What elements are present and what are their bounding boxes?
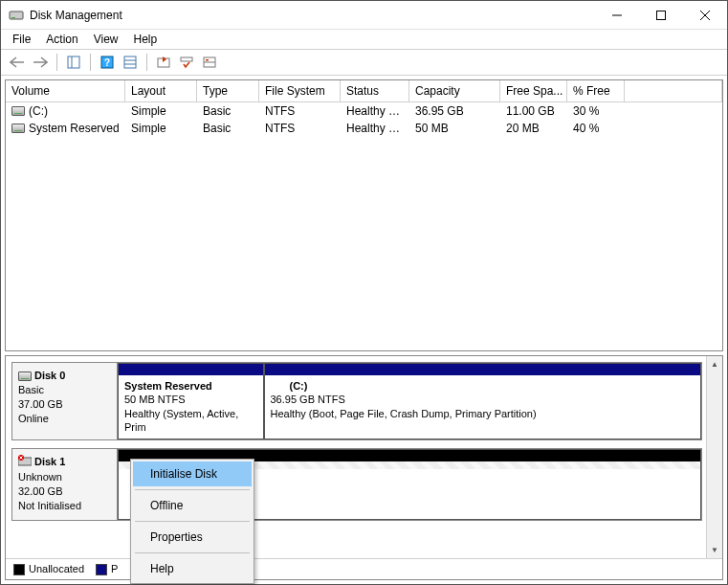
col-capacity[interactable]: Capacity	[409, 80, 500, 101]
disk-partitions: System Reserved 50 MB NTFS Healthy (Syst…	[118, 363, 701, 439]
svg-rect-3	[657, 11, 666, 19]
disk-status: Online	[18, 413, 49, 424]
volume-free: 11.00 GB	[500, 103, 567, 119]
disk-graphical-pane: Disk 0 Basic 37.00 GB Online System Rese…	[5, 355, 723, 580]
col-status[interactable]: Status	[341, 80, 409, 101]
volume-type: Basic	[197, 103, 259, 119]
disk-list: Disk 0 Basic 37.00 GB Online System Rese…	[6, 356, 706, 558]
volume-row[interactable]: (C:) Simple Basic NTFS Healthy (B... 36.…	[6, 102, 722, 120]
window-controls	[595, 1, 727, 30]
col-percent-free[interactable]: % Free	[567, 80, 625, 101]
swatch-unallocated-icon	[13, 564, 25, 575]
toolbar-settings-bottom-button[interactable]	[199, 52, 220, 73]
window: Disk Management File Action View Help	[0, 0, 728, 585]
partition-status: Healthy (Boot, Page File, Crash Dump, Pr…	[271, 407, 695, 420]
disk-uninit-icon	[18, 455, 32, 470]
volume-capacity: 50 MB	[409, 121, 500, 136]
scroll-up-arrow-icon[interactable]: ▲	[707, 356, 722, 372]
col-layout[interactable]: Layout	[125, 80, 197, 101]
show-hide-console-tree-button[interactable]	[63, 52, 84, 73]
context-properties[interactable]: Properties	[133, 525, 252, 550]
volume-status: Healthy (S...	[341, 121, 409, 136]
volume-layout: Simple	[125, 121, 197, 136]
action-list-button[interactable]	[120, 52, 141, 73]
titlebar: Disk Management	[1, 1, 727, 30]
toolbar-separator	[90, 54, 91, 71]
help-button[interactable]: ?	[97, 52, 118, 73]
partition-c[interactable]: (C:) 36.95 GB NTFS Healthy (Boot, Page F…	[264, 363, 702, 439]
context-menu: Initialise Disk Offline Properties Help	[130, 459, 254, 584]
context-separator	[135, 552, 250, 553]
menu-view[interactable]: View	[86, 31, 126, 48]
disk-icon	[18, 371, 32, 381]
forward-button[interactable]	[30, 52, 51, 73]
legend-primary-label: P	[111, 563, 118, 574]
disk-info: Disk 1 Unknown 32.00 GB Not Initialised	[12, 449, 118, 520]
disk-scroll: Disk 0 Basic 37.00 GB Online System Rese…	[6, 356, 722, 558]
disk-label: Disk 1	[34, 456, 65, 467]
volume-row[interactable]: System Reserved Simple Basic NTFS Health…	[6, 120, 722, 137]
context-help[interactable]: Help	[133, 556, 252, 581]
partition-system-reserved[interactable]: System Reserved 50 MB NTFS Healthy (Syst…	[118, 363, 264, 439]
close-button[interactable]	[683, 1, 727, 30]
context-offline[interactable]: Offline	[133, 493, 252, 518]
context-initialise-disk[interactable]: Initialise Disk	[133, 461, 252, 486]
volume-pfree: 40 %	[567, 121, 625, 136]
col-free-space[interactable]: Free Spa...	[500, 80, 567, 101]
disk-size: 37.00 GB	[18, 398, 62, 410]
partition-bar	[265, 364, 701, 375]
partition-name: System Reserved	[124, 379, 257, 393]
svg-rect-17	[206, 59, 209, 61]
window-title: Disk Management	[30, 9, 595, 22]
volume-header-row: Volume Layout Type File System Status Ca…	[6, 80, 722, 102]
content: Volume Layout Type File System Status Ca…	[1, 76, 727, 584]
svg-rect-14	[181, 57, 192, 61]
disk-status: Not Initialised	[18, 500, 81, 511]
toolbar: ?	[1, 49, 727, 76]
maximize-button[interactable]	[639, 1, 683, 30]
refresh-button[interactable]	[153, 52, 174, 73]
legend: Unallocated P	[6, 558, 722, 579]
minimize-button[interactable]	[595, 1, 639, 30]
scroll-down-arrow-icon[interactable]: ▼	[707, 542, 722, 558]
partition-name: (C:)	[271, 379, 695, 393]
partition-size: 36.95 GB NTFS	[271, 393, 695, 406]
disk-info: Disk 0 Basic 37.00 GB Online	[12, 363, 118, 439]
vertical-scrollbar[interactable]: ▲ ▼	[706, 356, 722, 558]
volume-list-pane: Volume Layout Type File System Status Ca…	[5, 79, 723, 351]
disk-label: Disk 0	[34, 370, 65, 381]
volume-free: 20 MB	[500, 121, 567, 136]
disk-size: 32.00 GB	[18, 485, 62, 497]
swatch-primary-icon	[96, 564, 107, 575]
col-filler	[625, 80, 722, 101]
col-volume[interactable]: Volume	[6, 80, 125, 101]
partition-bar	[119, 364, 263, 375]
disk-block-0[interactable]: Disk 0 Basic 37.00 GB Online System Rese…	[11, 362, 702, 440]
legend-unallocated: Unallocated	[13, 563, 84, 575]
svg-rect-10	[124, 56, 136, 68]
menu-action[interactable]: Action	[38, 31, 85, 48]
volume-pfree: 30 %	[567, 103, 625, 119]
context-separator	[135, 489, 250, 490]
volume-capacity: 36.95 GB	[409, 103, 500, 119]
menu-help[interactable]: Help	[126, 31, 165, 48]
menu-file[interactable]: File	[5, 31, 38, 48]
back-button[interactable]	[7, 52, 28, 73]
menubar: File Action View Help	[1, 30, 727, 49]
svg-rect-6	[68, 56, 79, 68]
volume-name: (C:)	[29, 104, 48, 118]
volume-layout: Simple	[125, 103, 197, 119]
scroll-track[interactable]	[707, 372, 722, 542]
volume-fs: NTFS	[259, 103, 341, 119]
toolbar-settings-top-button[interactable]	[176, 52, 197, 73]
legend-primary: P	[96, 563, 118, 575]
context-separator	[135, 521, 250, 522]
disk-type: Unknown	[18, 471, 62, 483]
volume-type: Basic	[197, 121, 259, 136]
col-filesystem[interactable]: File System	[259, 80, 341, 101]
disk-block-1[interactable]: Disk 1 Unknown 32.00 GB Not Initialised	[11, 448, 702, 521]
volume-fs: NTFS	[259, 121, 341, 136]
drive-icon	[11, 106, 25, 116]
toolbar-separator	[56, 54, 57, 71]
col-type[interactable]: Type	[197, 80, 259, 101]
